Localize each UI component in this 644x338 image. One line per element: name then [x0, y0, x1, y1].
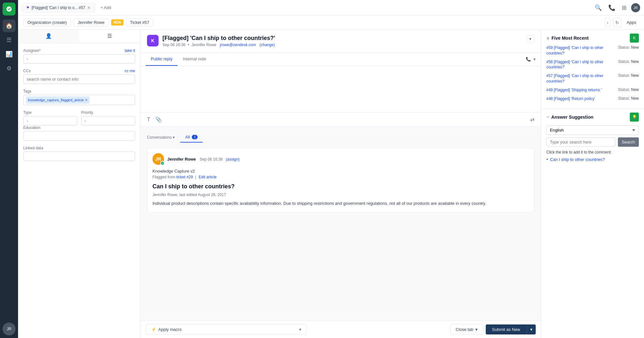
- type-priority-row: Type - Priority -: [23, 110, 135, 125]
- phone-icon[interactable]: 📞: [606, 2, 617, 13]
- format-text-btn[interactable]: T: [146, 115, 151, 124]
- tags-field: Tags knowledge_capture_flagged_article ✕: [23, 89, 135, 105]
- close-tab-btn[interactable]: Close tab ▾: [450, 324, 483, 335]
- search-icon[interactable]: 🔍: [593, 2, 604, 13]
- recent-items-list: #59 [Flagged] 'Can I ship to other count…: [546, 45, 639, 101]
- message-avatar: JR +: [152, 153, 164, 165]
- breadcrumb-chevron[interactable]: ›: [605, 18, 611, 27]
- submit-btn[interactable]: Submit as New: [486, 324, 527, 334]
- nav-reports[interactable]: 📊: [3, 48, 15, 61]
- ticket-meta: Sep 06 16:36 • Jennifer Rowe jrowe@zende…: [162, 43, 275, 47]
- middle-panel: K [Flagged] 'Can I ship to other countri…: [141, 30, 541, 338]
- ticket-change-link[interactable]: (change): [259, 43, 275, 47]
- recent-link-0[interactable]: #59 [Flagged] 'Can I ship to other count…: [546, 45, 618, 56]
- recent-link-4[interactable]: #48 [Flagged] 'Return policy': [546, 96, 595, 102]
- linked-data-field: Linked data: [23, 146, 135, 161]
- answer-search-btn[interactable]: Search: [618, 137, 639, 147]
- ticket-avatar: K: [147, 35, 159, 46]
- cc-me-link[interactable]: cc me: [125, 69, 135, 73]
- assign-link[interactable]: (assign): [226, 157, 240, 162]
- user-icon[interactable]: JR: [631, 3, 640, 12]
- fmr-collapse-btn[interactable]: ∧: [546, 35, 550, 41]
- suggestion-link[interactable]: • Can I ship to other countries?: [546, 156, 639, 162]
- user-breadcrumb[interactable]: Jennifer Rowe: [73, 18, 109, 26]
- linked-data-input[interactable]: [23, 152, 135, 161]
- status-1: Status: New: [618, 59, 639, 64]
- status-4: Status: New: [618, 96, 639, 101]
- submit-dropdown-btn[interactable]: ▾: [527, 324, 536, 334]
- top-bar-right: 🔍 📞 ⊞ JR: [593, 2, 640, 13]
- answer-search-input[interactable]: [546, 137, 615, 147]
- search-row: Search: [546, 137, 639, 147]
- breadcrumb-refresh[interactable]: ↻: [613, 18, 621, 27]
- answer-icon-btn[interactable]: 💡: [630, 113, 639, 122]
- msg-flag-info: Flagged from ticket #29 | Edit article: [152, 175, 529, 179]
- edit-article-link[interactable]: Edit article: [199, 175, 217, 179]
- message-header: JR + Jennifer Rowe Sep 06 16:36 (assign): [152, 153, 529, 165]
- education-input[interactable]: [23, 131, 135, 141]
- logo-icon: [3, 3, 15, 15]
- reply-dropdown-icon[interactable]: ▾: [533, 57, 536, 62]
- priority-select[interactable]: -: [81, 116, 135, 125]
- conversations-area: Conversations ▾ All 1 JR +: [141, 127, 541, 321]
- conv-tabs: Conversations ▾ All 1: [147, 132, 534, 143]
- add-tab-button[interactable]: + Add: [98, 3, 114, 12]
- recent-link-1[interactable]: #58 [Flagged] 'Can I ship to other count…: [546, 59, 618, 70]
- nav-home[interactable]: 🏠: [3, 19, 15, 32]
- nav-sidebar: 🏠 ☰ 📊 ⚙ JR: [0, 0, 18, 338]
- top-bar: ⚑ [Flagged] 'Can I ship to o... #57 ✕ + …: [18, 0, 644, 15]
- attach-btn[interactable]: 📎: [154, 115, 163, 124]
- grid-icon[interactable]: ⊞: [620, 2, 629, 13]
- ticket-email[interactable]: jrowe@zendesk.com: [220, 43, 256, 47]
- take-it-link[interactable]: take it: [125, 48, 135, 53]
- recent-link-2[interactable]: #57 [Flagged] 'Can I ship to other count…: [546, 73, 618, 84]
- new-badge: NEW: [111, 19, 123, 25]
- assignee-label: Assignee* take it: [23, 48, 135, 53]
- assignee-select[interactable]: -: [23, 54, 135, 64]
- internal-note-tab[interactable]: Internal note: [178, 53, 211, 66]
- apply-macro-btn[interactable]: ⚡ Apply macro ▾: [146, 324, 307, 335]
- language-select[interactable]: English: [546, 125, 639, 135]
- apps-label[interactable]: Apps: [624, 19, 639, 26]
- article-body: Individual product descriptions contain …: [152, 200, 529, 207]
- right-panel: ∧ Five Most Recent K #59 [Flagged] 'Can …: [541, 30, 644, 338]
- bottom-right: Close tab ▾ Submit as New ▾: [450, 324, 536, 335]
- ccs-label: CCs cc me: [23, 69, 135, 73]
- left-tab-user[interactable]: 👤: [18, 30, 79, 43]
- left-tab-ticket[interactable]: ☰: [79, 30, 141, 43]
- reply-tab-right: 📞 ▾: [526, 57, 536, 62]
- article-title: Can I ship to other countries?: [152, 183, 529, 190]
- ticket-breadcrumb[interactable]: Ticket #57: [126, 18, 154, 26]
- reply-editor[interactable]: [141, 66, 541, 111]
- tags-container[interactable]: knowledge_capture_flagged_article ✕: [23, 95, 135, 105]
- public-reply-tab[interactable]: Public reply: [146, 53, 178, 66]
- suggestion-dot: •: [546, 156, 548, 162]
- all-tab[interactable]: All 1: [180, 132, 203, 143]
- translate-btn[interactable]: ⇄: [529, 115, 536, 124]
- breadcrumb-bar: Organization (create) Jennifer Rowe NEW …: [18, 15, 644, 30]
- answer-collapse-btn[interactable]: −: [546, 114, 549, 120]
- recent-item-2: #57 [Flagged] 'Can I ship to other count…: [546, 73, 639, 84]
- nav-user-avatar[interactable]: JR: [3, 323, 15, 335]
- recent-item-4: #48 [Flagged] 'Return policy' Status: Ne…: [546, 96, 639, 102]
- ccs-input[interactable]: [23, 75, 135, 84]
- article-meta: Jennifer Rowe, last edited August 28, 20…: [152, 193, 529, 197]
- conversations-tab-btn[interactable]: Conversations ▾: [147, 135, 175, 140]
- ticket-header-right: ▾: [526, 35, 534, 43]
- ticket-dropdown-btn[interactable]: ▾: [526, 35, 534, 43]
- org-breadcrumb[interactable]: Organization (create): [23, 18, 71, 26]
- message-card: JR + Jennifer Rowe Sep 06 16:36 (assign)…: [147, 148, 534, 213]
- tab-close-icon[interactable]: ✕: [87, 5, 91, 10]
- type-select[interactable]: -: [23, 116, 77, 125]
- main-area: ⚑ [Flagged] 'Can I ship to o... #57 ✕ + …: [18, 0, 644, 338]
- nav-admin[interactable]: ⚙: [3, 62, 15, 75]
- fmr-icon-btn[interactable]: K: [630, 34, 639, 43]
- ticket-tab[interactable]: ⚑ [Flagged] 'Can I ship to o... #57 ✕: [22, 3, 95, 13]
- phone-icon-reply[interactable]: 📞: [526, 57, 531, 62]
- ticket-link[interactable]: ticket #29: [176, 175, 193, 179]
- tag-remove-icon[interactable]: ✕: [85, 98, 88, 102]
- nav-tickets[interactable]: ☰: [3, 34, 15, 46]
- assignee-field: Assignee* take it -: [23, 48, 135, 64]
- recent-link-3[interactable]: #49 [Flagged] 'Shipping returns ': [546, 87, 602, 93]
- all-count-badge: 1: [192, 135, 198, 139]
